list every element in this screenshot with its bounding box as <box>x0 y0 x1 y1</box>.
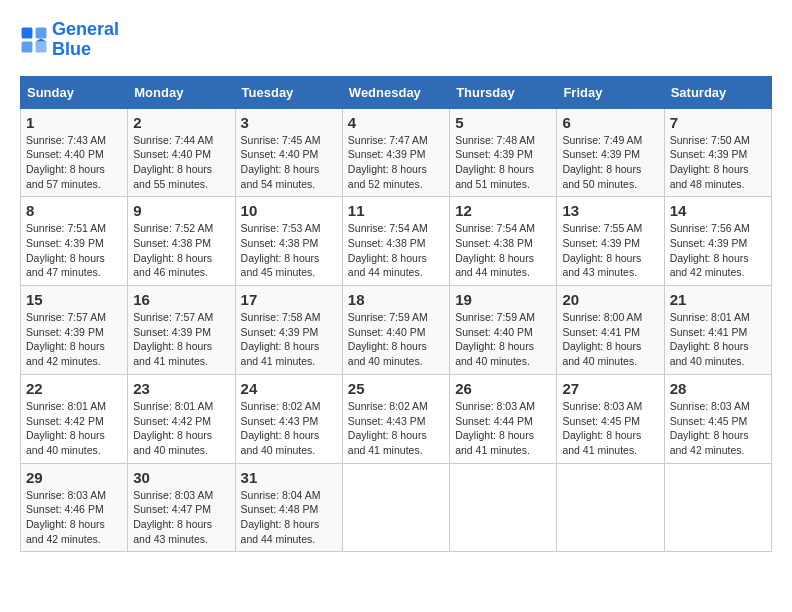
day-number: 17 <box>241 291 337 308</box>
day-number: 2 <box>133 114 229 131</box>
calendar-cell: 29Sunrise: 8:03 AMSunset: 4:46 PMDayligh… <box>21 463 128 552</box>
calendar-cell: 26Sunrise: 8:03 AMSunset: 4:44 PMDayligh… <box>450 374 557 463</box>
calendar-table: SundayMondayTuesdayWednesdayThursdayFrid… <box>20 76 772 553</box>
day-number: 8 <box>26 202 122 219</box>
calendar-cell: 2Sunrise: 7:44 AMSunset: 4:40 PMDaylight… <box>128 108 235 197</box>
svg-rect-0 <box>22 27 33 38</box>
day-info: Sunrise: 7:52 AMSunset: 4:38 PMDaylight:… <box>133 221 229 280</box>
day-info: Sunrise: 8:01 AMSunset: 4:42 PMDaylight:… <box>26 399 122 458</box>
calendar-cell: 17Sunrise: 7:58 AMSunset: 4:39 PMDayligh… <box>235 286 342 375</box>
day-info: Sunrise: 7:51 AMSunset: 4:39 PMDaylight:… <box>26 221 122 280</box>
day-number: 19 <box>455 291 551 308</box>
calendar-cell: 10Sunrise: 7:53 AMSunset: 4:38 PMDayligh… <box>235 197 342 286</box>
day-number: 22 <box>26 380 122 397</box>
day-info: Sunrise: 8:03 AMSunset: 4:45 PMDaylight:… <box>562 399 658 458</box>
day-info: Sunrise: 7:59 AMSunset: 4:40 PMDaylight:… <box>455 310 551 369</box>
day-number: 12 <box>455 202 551 219</box>
calendar-cell <box>557 463 664 552</box>
day-number: 7 <box>670 114 766 131</box>
day-info: Sunrise: 7:48 AMSunset: 4:39 PMDaylight:… <box>455 133 551 192</box>
svg-rect-2 <box>22 41 33 52</box>
day-number: 31 <box>241 469 337 486</box>
day-info: Sunrise: 7:57 AMSunset: 4:39 PMDaylight:… <box>133 310 229 369</box>
weekday-header-friday: Friday <box>557 76 664 108</box>
calendar-cell: 3Sunrise: 7:45 AMSunset: 4:40 PMDaylight… <box>235 108 342 197</box>
calendar-cell: 6Sunrise: 7:49 AMSunset: 4:39 PMDaylight… <box>557 108 664 197</box>
calendar-cell: 15Sunrise: 7:57 AMSunset: 4:39 PMDayligh… <box>21 286 128 375</box>
day-info: Sunrise: 8:03 AMSunset: 4:44 PMDaylight:… <box>455 399 551 458</box>
day-number: 24 <box>241 380 337 397</box>
day-info: Sunrise: 8:01 AMSunset: 4:42 PMDaylight:… <box>133 399 229 458</box>
day-info: Sunrise: 8:02 AMSunset: 4:43 PMDaylight:… <box>241 399 337 458</box>
calendar-cell: 4Sunrise: 7:47 AMSunset: 4:39 PMDaylight… <box>342 108 449 197</box>
day-number: 9 <box>133 202 229 219</box>
day-number: 4 <box>348 114 444 131</box>
calendar-cell: 19Sunrise: 7:59 AMSunset: 4:40 PMDayligh… <box>450 286 557 375</box>
calendar-week-row: 8Sunrise: 7:51 AMSunset: 4:39 PMDaylight… <box>21 197 772 286</box>
calendar-cell: 18Sunrise: 7:59 AMSunset: 4:40 PMDayligh… <box>342 286 449 375</box>
calendar-cell: 11Sunrise: 7:54 AMSunset: 4:38 PMDayligh… <box>342 197 449 286</box>
day-info: Sunrise: 7:49 AMSunset: 4:39 PMDaylight:… <box>562 133 658 192</box>
day-info: Sunrise: 7:58 AMSunset: 4:39 PMDaylight:… <box>241 310 337 369</box>
day-info: Sunrise: 7:59 AMSunset: 4:40 PMDaylight:… <box>348 310 444 369</box>
day-number: 1 <box>26 114 122 131</box>
day-info: Sunrise: 8:00 AMSunset: 4:41 PMDaylight:… <box>562 310 658 369</box>
day-number: 3 <box>241 114 337 131</box>
day-number: 20 <box>562 291 658 308</box>
calendar-week-row: 15Sunrise: 7:57 AMSunset: 4:39 PMDayligh… <box>21 286 772 375</box>
weekday-header-thursday: Thursday <box>450 76 557 108</box>
day-info: Sunrise: 8:03 AMSunset: 4:47 PMDaylight:… <box>133 488 229 547</box>
calendar-cell: 1Sunrise: 7:43 AMSunset: 4:40 PMDaylight… <box>21 108 128 197</box>
calendar-cell: 22Sunrise: 8:01 AMSunset: 4:42 PMDayligh… <box>21 374 128 463</box>
day-number: 26 <box>455 380 551 397</box>
day-number: 21 <box>670 291 766 308</box>
calendar-cell <box>450 463 557 552</box>
calendar-week-row: 29Sunrise: 8:03 AMSunset: 4:46 PMDayligh… <box>21 463 772 552</box>
day-number: 10 <box>241 202 337 219</box>
calendar-cell: 28Sunrise: 8:03 AMSunset: 4:45 PMDayligh… <box>664 374 771 463</box>
weekday-header-monday: Monday <box>128 76 235 108</box>
svg-rect-1 <box>36 27 47 38</box>
day-number: 25 <box>348 380 444 397</box>
weekday-header-row: SundayMondayTuesdayWednesdayThursdayFrid… <box>21 76 772 108</box>
weekday-header-sunday: Sunday <box>21 76 128 108</box>
calendar-cell: 21Sunrise: 8:01 AMSunset: 4:41 PMDayligh… <box>664 286 771 375</box>
day-info: Sunrise: 7:53 AMSunset: 4:38 PMDaylight:… <box>241 221 337 280</box>
page-header: General Blue <box>20 20 772 60</box>
day-info: Sunrise: 7:56 AMSunset: 4:39 PMDaylight:… <box>670 221 766 280</box>
calendar-cell: 14Sunrise: 7:56 AMSunset: 4:39 PMDayligh… <box>664 197 771 286</box>
day-info: Sunrise: 8:03 AMSunset: 4:45 PMDaylight:… <box>670 399 766 458</box>
calendar-cell: 5Sunrise: 7:48 AMSunset: 4:39 PMDaylight… <box>450 108 557 197</box>
day-number: 15 <box>26 291 122 308</box>
day-info: Sunrise: 8:02 AMSunset: 4:43 PMDaylight:… <box>348 399 444 458</box>
day-info: Sunrise: 8:01 AMSunset: 4:41 PMDaylight:… <box>670 310 766 369</box>
calendar-cell <box>342 463 449 552</box>
day-number: 30 <box>133 469 229 486</box>
day-number: 29 <box>26 469 122 486</box>
day-info: Sunrise: 7:43 AMSunset: 4:40 PMDaylight:… <box>26 133 122 192</box>
weekday-header-saturday: Saturday <box>664 76 771 108</box>
calendar-cell: 12Sunrise: 7:54 AMSunset: 4:38 PMDayligh… <box>450 197 557 286</box>
day-number: 28 <box>670 380 766 397</box>
day-info: Sunrise: 7:54 AMSunset: 4:38 PMDaylight:… <box>348 221 444 280</box>
calendar-cell: 27Sunrise: 8:03 AMSunset: 4:45 PMDayligh… <box>557 374 664 463</box>
calendar-cell: 7Sunrise: 7:50 AMSunset: 4:39 PMDaylight… <box>664 108 771 197</box>
day-number: 13 <box>562 202 658 219</box>
logo-text: General Blue <box>52 20 119 60</box>
calendar-week-row: 22Sunrise: 8:01 AMSunset: 4:42 PMDayligh… <box>21 374 772 463</box>
day-info: Sunrise: 8:03 AMSunset: 4:46 PMDaylight:… <box>26 488 122 547</box>
calendar-cell: 9Sunrise: 7:52 AMSunset: 4:38 PMDaylight… <box>128 197 235 286</box>
calendar-cell: 30Sunrise: 8:03 AMSunset: 4:47 PMDayligh… <box>128 463 235 552</box>
day-number: 5 <box>455 114 551 131</box>
day-number: 27 <box>562 380 658 397</box>
calendar-cell: 24Sunrise: 8:02 AMSunset: 4:43 PMDayligh… <box>235 374 342 463</box>
calendar-cell <box>664 463 771 552</box>
calendar-week-row: 1Sunrise: 7:43 AMSunset: 4:40 PMDaylight… <box>21 108 772 197</box>
day-number: 16 <box>133 291 229 308</box>
calendar-cell: 8Sunrise: 7:51 AMSunset: 4:39 PMDaylight… <box>21 197 128 286</box>
day-info: Sunrise: 7:45 AMSunset: 4:40 PMDaylight:… <box>241 133 337 192</box>
day-number: 23 <box>133 380 229 397</box>
day-info: Sunrise: 7:50 AMSunset: 4:39 PMDaylight:… <box>670 133 766 192</box>
calendar-cell: 23Sunrise: 8:01 AMSunset: 4:42 PMDayligh… <box>128 374 235 463</box>
svg-marker-3 <box>36 41 47 52</box>
